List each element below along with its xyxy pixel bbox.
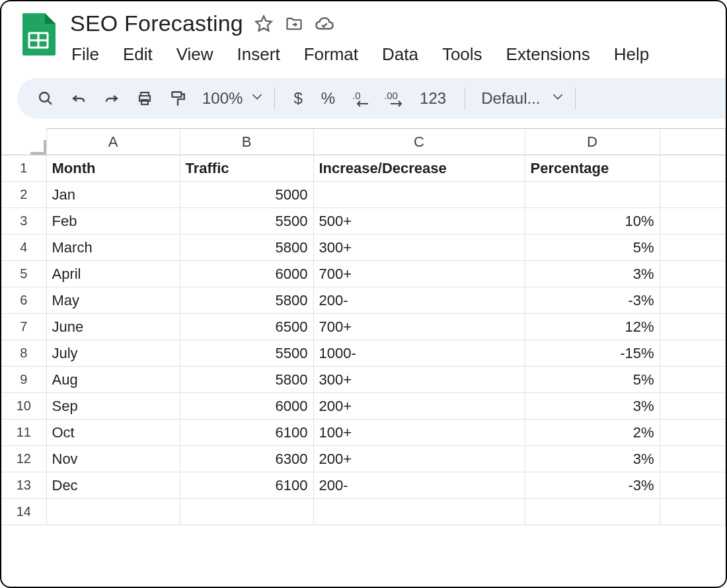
cell[interactable]: 5800 bbox=[180, 287, 313, 314]
cell[interactable]: -15% bbox=[525, 340, 660, 367]
cell[interactable]: 6100 bbox=[180, 420, 313, 446]
search-icon[interactable] bbox=[32, 85, 59, 112]
cell[interactable]: 5800 bbox=[180, 235, 313, 261]
row-header[interactable]: 11 bbox=[1, 420, 46, 446]
row-header[interactable]: 7 bbox=[1, 314, 46, 340]
sheets-logo-icon[interactable] bbox=[20, 13, 56, 55]
row-header[interactable]: 5 bbox=[1, 261, 46, 287]
paint-format-icon[interactable] bbox=[164, 85, 192, 112]
row-header[interactable]: 3 bbox=[1, 208, 46, 235]
cell[interactable] bbox=[660, 420, 726, 446]
cell[interactable]: 700+ bbox=[313, 314, 525, 340]
cell[interactable]: 2% bbox=[525, 420, 660, 446]
cell[interactable] bbox=[660, 367, 726, 393]
cell[interactable]: Increase/Decrease bbox=[313, 155, 525, 182]
cell[interactable]: 300+ bbox=[313, 235, 525, 261]
menu-data[interactable]: Data bbox=[381, 42, 420, 67]
cell[interactable] bbox=[660, 261, 726, 287]
col-header-B[interactable]: B bbox=[180, 129, 313, 155]
cell[interactable] bbox=[313, 499, 525, 525]
cell[interactable]: Feb bbox=[46, 208, 180, 235]
cloud-status-icon[interactable] bbox=[315, 14, 334, 34]
row-header[interactable]: 12 bbox=[1, 446, 46, 472]
row-header[interactable]: 14 bbox=[1, 499, 46, 525]
font-dropdown-icon[interactable] bbox=[553, 92, 563, 104]
cell[interactable]: -3% bbox=[525, 472, 660, 499]
cell[interactable]: 500+ bbox=[313, 208, 525, 235]
cell[interactable] bbox=[660, 235, 726, 261]
cell[interactable]: Percentage bbox=[525, 155, 660, 182]
cell[interactable]: 3% bbox=[525, 446, 660, 472]
cell[interactable]: 700+ bbox=[313, 261, 525, 287]
cell[interactable] bbox=[525, 182, 660, 208]
cell[interactable]: 6500 bbox=[180, 314, 313, 340]
cell[interactable] bbox=[46, 499, 180, 525]
cell[interactable]: Sep bbox=[46, 393, 180, 420]
cell[interactable]: 1000- bbox=[313, 340, 525, 367]
zoom-level[interactable]: 100% bbox=[197, 89, 245, 108]
cell[interactable]: 200- bbox=[313, 472, 525, 499]
font-selector[interactable]: Defaul... bbox=[481, 89, 540, 108]
cell[interactable] bbox=[660, 446, 726, 472]
menu-format[interactable]: Format bbox=[303, 42, 360, 67]
cell[interactable] bbox=[660, 472, 726, 499]
cell[interactable] bbox=[660, 499, 726, 525]
document-title[interactable]: SEO Forecasting bbox=[70, 11, 243, 36]
col-header-A[interactable]: A bbox=[46, 129, 180, 155]
format-currency-button[interactable]: $ bbox=[287, 89, 309, 108]
cell[interactable]: 3% bbox=[525, 261, 660, 287]
cell[interactable]: 5% bbox=[525, 235, 660, 261]
redo-icon[interactable] bbox=[98, 85, 126, 112]
star-icon[interactable] bbox=[254, 14, 274, 34]
cell[interactable]: 10% bbox=[525, 208, 660, 235]
undo-icon[interactable] bbox=[65, 85, 93, 112]
menu-edit[interactable]: Edit bbox=[122, 42, 154, 67]
cell[interactable]: 5800 bbox=[180, 367, 313, 393]
cell[interactable]: 200+ bbox=[313, 393, 525, 420]
cell[interactable] bbox=[660, 208, 726, 235]
cell[interactable]: 5000 bbox=[180, 182, 313, 208]
cell[interactable] bbox=[660, 182, 726, 208]
row-header[interactable]: 2 bbox=[1, 182, 46, 208]
cell[interactable]: 300+ bbox=[313, 367, 525, 393]
zoom-dropdown-icon[interactable] bbox=[252, 92, 262, 104]
row-header[interactable]: 6 bbox=[1, 287, 46, 314]
cell[interactable]: 5500 bbox=[180, 208, 313, 235]
cell[interactable]: July bbox=[46, 340, 180, 367]
cell[interactable]: 12% bbox=[525, 314, 660, 340]
cell[interactable]: 3% bbox=[525, 393, 660, 420]
row-header[interactable]: 1 bbox=[1, 155, 46, 182]
cell[interactable]: 5500 bbox=[180, 340, 313, 367]
menu-tools[interactable]: Tools bbox=[441, 42, 484, 67]
cell[interactable]: -3% bbox=[525, 287, 660, 314]
cell[interactable]: Month bbox=[46, 155, 180, 182]
row-header[interactable]: 9 bbox=[1, 367, 46, 393]
cell[interactable]: Traffic bbox=[180, 155, 313, 182]
menu-help[interactable]: Help bbox=[613, 42, 650, 67]
menu-view[interactable]: View bbox=[175, 42, 215, 67]
cell[interactable]: May bbox=[46, 287, 180, 314]
cell[interactable] bbox=[660, 340, 726, 367]
row-header[interactable]: 13 bbox=[1, 472, 46, 499]
col-header-C[interactable]: C bbox=[313, 129, 525, 155]
cell[interactable] bbox=[525, 499, 660, 525]
cell[interactable]: Oct bbox=[46, 420, 180, 446]
cell[interactable]: Nov bbox=[46, 446, 180, 472]
menu-file[interactable]: File bbox=[70, 42, 100, 67]
cell[interactable]: March bbox=[46, 235, 180, 261]
cell[interactable]: Jan bbox=[46, 182, 180, 208]
cell[interactable]: Dec bbox=[46, 472, 180, 499]
cell[interactable] bbox=[660, 314, 726, 340]
cell[interactable]: 200+ bbox=[313, 446, 525, 472]
select-all-corner[interactable] bbox=[1, 129, 46, 155]
more-formats-button[interactable]: 123 bbox=[413, 89, 453, 108]
cell[interactable] bbox=[180, 499, 313, 525]
col-header-E[interactable] bbox=[660, 129, 726, 155]
cell[interactable]: June bbox=[46, 314, 180, 340]
row-header[interactable]: 8 bbox=[1, 340, 46, 367]
decrease-decimal-icon[interactable]: .0 bbox=[347, 85, 375, 112]
cell[interactable]: 6000 bbox=[180, 261, 313, 287]
cell[interactable]: 5% bbox=[525, 367, 660, 393]
row-header[interactable]: 10 bbox=[1, 393, 46, 420]
cell[interactable]: April bbox=[46, 261, 180, 287]
